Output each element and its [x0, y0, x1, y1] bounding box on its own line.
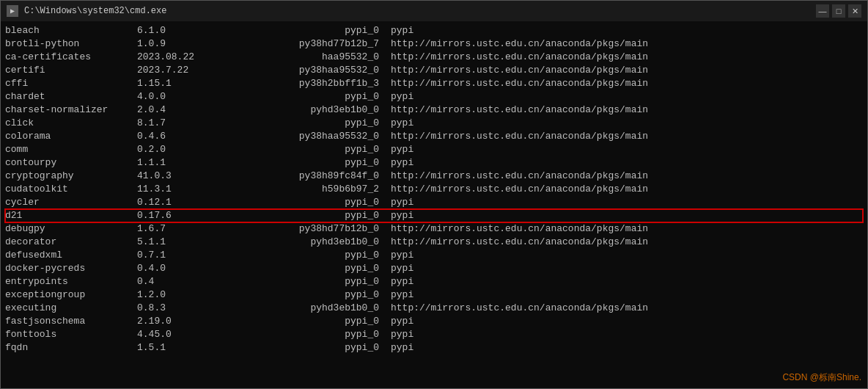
- table-row: bleach6.1.0pypi_0pypi: [5, 24, 863, 37]
- package-name: brotli-python: [5, 37, 137, 51]
- title-bar-left: ▶ C:\Windows\system32\cmd.exe: [7, 5, 166, 17]
- package-build: pypi_0: [232, 341, 379, 355]
- maximize-button[interactable]: □: [832, 4, 845, 18]
- package-channel: http://mirrors.ustc.edu.cn/anaconda/pkgs…: [379, 103, 863, 117]
- table-row: charset-normalizer2.0.4pyhd3eb1b0_0http:…: [5, 103, 863, 117]
- package-name: cudatoolkit: [5, 183, 137, 196]
- package-build: py38h2bbff1b_3: [232, 77, 379, 90]
- package-channel: pypi: [379, 24, 863, 37]
- package-version: 41.0.3: [137, 170, 232, 183]
- close-button[interactable]: ✕: [848, 4, 861, 18]
- package-channel: pypi: [379, 328, 863, 341]
- table-row: chardet4.0.0pypi_0pypi: [5, 90, 863, 103]
- package-version: 6.1.0: [137, 24, 232, 37]
- package-name: fqdn: [5, 341, 137, 355]
- package-name: contourpy: [5, 156, 137, 170]
- package-build: pyhd3eb1b0_0: [232, 103, 379, 117]
- package-version: 0.12.1: [137, 196, 232, 209]
- package-version: 0.4.6: [137, 130, 232, 143]
- package-version: 8.1.7: [137, 117, 232, 130]
- package-name: executing: [5, 302, 137, 315]
- package-name: fastjsonschema: [5, 315, 137, 328]
- package-name: colorama: [5, 130, 137, 143]
- package-name: click: [5, 117, 137, 130]
- package-build: py38hd77b12b_0: [232, 222, 379, 236]
- table-row: click8.1.7pypi_0pypi: [5, 117, 863, 130]
- table-row: colorama0.4.6py38haa95532_0http://mirror…: [5, 130, 863, 143]
- package-name: defusedxml: [5, 249, 137, 262]
- console-output: bleach6.1.0pypi_0pypibrotli-python1.0.9p…: [1, 21, 867, 388]
- package-build: py38haa95532_0: [232, 64, 379, 77]
- cmd-icon: ▶: [7, 5, 18, 17]
- table-row: ca-certificates2023.08.22haa95532_0http:…: [5, 51, 863, 64]
- package-name: bleach: [5, 24, 137, 37]
- package-build: py38haa95532_0: [232, 130, 379, 143]
- package-name: ca-certificates: [5, 51, 137, 64]
- package-channel: pypi: [379, 117, 863, 130]
- package-build: pypi_0: [232, 209, 379, 222]
- package-build: pypi_0: [232, 90, 379, 103]
- package-version: 0.4.0: [137, 262, 232, 275]
- package-build: pypi_0: [232, 249, 379, 262]
- package-version: 1.0.9: [137, 37, 232, 51]
- package-channel: http://mirrors.ustc.edu.cn/anaconda/pkgs…: [379, 37, 863, 51]
- window-title: C:\Windows\system32\cmd.exe: [24, 6, 166, 16]
- package-build: pyhd3eb1b0_0: [232, 236, 379, 249]
- table-row: fonttools4.45.0pypi_0pypi: [5, 328, 863, 341]
- package-build: pypi_0: [232, 156, 379, 170]
- package-channel: pypi: [379, 143, 863, 156]
- table-row: entrypoints0.4pypi_0pypi: [5, 275, 863, 288]
- package-channel: http://mirrors.ustc.edu.cn/anaconda/pkgs…: [379, 183, 863, 196]
- package-build: pypi_0: [232, 328, 379, 341]
- package-name: chardet: [5, 90, 137, 103]
- package-build: pypi_0: [232, 196, 379, 209]
- table-row: executing0.8.3pyhd3eb1b0_0http://mirrors…: [5, 302, 863, 315]
- package-channel: pypi: [379, 288, 863, 302]
- package-version: 0.17.6: [137, 209, 232, 222]
- package-build: py38h89fc84f_0: [232, 170, 379, 183]
- package-build: pypi_0: [232, 143, 379, 156]
- minimize-button[interactable]: —: [816, 4, 829, 18]
- package-channel: http://mirrors.ustc.edu.cn/anaconda/pkgs…: [379, 170, 863, 183]
- table-row: defusedxml0.7.1pypi_0pypi: [5, 249, 863, 262]
- table-row: fastjsonschema2.19.0pypi_0pypi: [5, 315, 863, 328]
- table-row: debugpy1.6.7py38hd77b12b_0http://mirrors…: [5, 222, 863, 236]
- package-name: exceptiongroup: [5, 288, 137, 302]
- package-name: cffi: [5, 77, 137, 90]
- package-version: 0.2.0: [137, 143, 232, 156]
- package-build: pyhd3eb1b0_0: [232, 302, 379, 315]
- package-channel: pypi: [379, 156, 863, 170]
- package-version: 2.0.4: [137, 103, 232, 117]
- package-build: pypi_0: [232, 117, 379, 130]
- package-channel: http://mirrors.ustc.edu.cn/anaconda/pkgs…: [379, 302, 863, 315]
- package-build: pypi_0: [232, 24, 379, 37]
- package-build: haa95532_0: [232, 51, 379, 64]
- window-controls: — □ ✕: [816, 4, 861, 18]
- package-version: 11.3.1: [137, 183, 232, 196]
- package-version: 5.1.1: [137, 236, 232, 249]
- package-build: pypi_0: [232, 288, 379, 302]
- package-build: py38hd77b12b_7: [232, 37, 379, 51]
- package-channel: pypi: [379, 341, 863, 355]
- package-version: 1.2.0: [137, 288, 232, 302]
- package-channel: pypi: [379, 249, 863, 262]
- package-version: 1.1.1: [137, 156, 232, 170]
- package-version: 1.6.7: [137, 222, 232, 236]
- package-version: 1.5.1: [137, 341, 232, 355]
- package-channel: pypi: [379, 90, 863, 103]
- table-row: cycler0.12.1pypi_0pypi: [5, 196, 863, 209]
- package-channel: http://mirrors.ustc.edu.cn/anaconda/pkgs…: [379, 222, 863, 236]
- table-row: docker-pycreds0.4.0pypi_0pypi: [5, 262, 863, 275]
- table-row: brotli-python1.0.9py38hd77b12b_7http://m…: [5, 37, 863, 51]
- package-version: 0.7.1: [137, 249, 232, 262]
- table-row: contourpy1.1.1pypi_0pypi: [5, 156, 863, 170]
- table-row: exceptiongroup1.2.0pypi_0pypi: [5, 288, 863, 302]
- package-name: comm: [5, 143, 137, 156]
- table-row: cudatoolkit11.3.1h59b6b97_2http://mirror…: [5, 183, 863, 196]
- package-name: debugpy: [5, 222, 137, 236]
- package-name: entrypoints: [5, 275, 137, 288]
- package-version: 2023.08.22: [137, 51, 232, 64]
- table-row: cffi1.15.1py38h2bbff1b_3http://mirrors.u…: [5, 77, 863, 90]
- package-version: 2023.7.22: [137, 64, 232, 77]
- table-row: fqdn1.5.1pypi_0pypi: [5, 341, 863, 355]
